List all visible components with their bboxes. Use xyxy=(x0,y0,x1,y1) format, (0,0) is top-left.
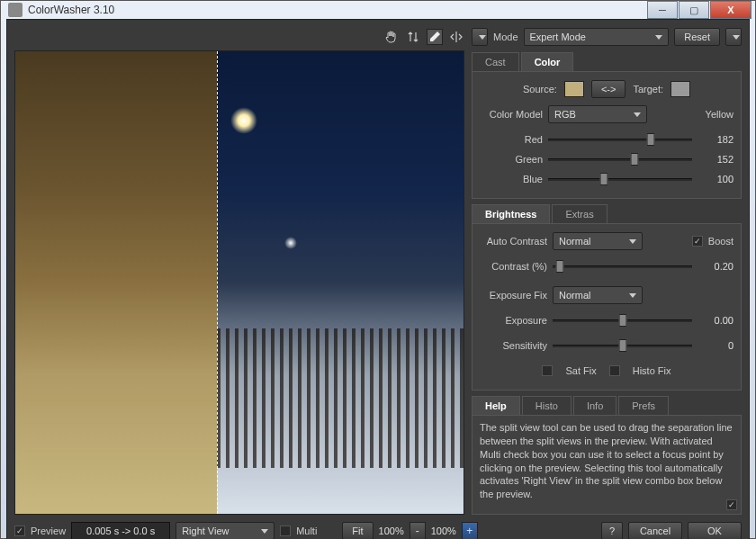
color-panel: Source: <-> Target: Color Model RGB Yell… xyxy=(472,72,742,199)
histofix-label: Histo Fix xyxy=(633,365,671,376)
multi-label: Multi xyxy=(296,526,317,536)
reset-button[interactable]: Reset xyxy=(674,28,720,46)
preview-checkbox[interactable]: ✓ xyxy=(14,526,25,536)
exposure-fix-select[interactable]: Normal xyxy=(553,286,643,304)
exposure-label: Exposure xyxy=(480,315,547,326)
zoom-after-value: 100% xyxy=(431,526,456,536)
contrast-value: 0.20 xyxy=(698,261,734,272)
contrast-slider[interactable] xyxy=(553,259,692,274)
cancel-button[interactable]: Cancel xyxy=(628,522,682,539)
target-label: Target: xyxy=(633,84,663,94)
view-select[interactable]: Right View xyxy=(176,522,274,539)
hue-name: Yellow xyxy=(652,109,734,120)
zoom-out-button[interactable]: - xyxy=(410,522,426,539)
help-button[interactable]: ? xyxy=(601,522,623,539)
zoom-in-button[interactable]: + xyxy=(462,522,478,539)
tab-help[interactable]: Help xyxy=(472,396,520,415)
minimize-button[interactable]: ─ xyxy=(647,1,678,19)
swap-tool-icon[interactable] xyxy=(405,29,421,45)
tab-histo[interactable]: Histo xyxy=(522,396,572,415)
client-area: Mode Expert Mode Reset Cast Color Source… xyxy=(6,19,750,539)
tab-info[interactable]: Info xyxy=(573,396,616,415)
exposure-slider[interactable] xyxy=(553,313,692,328)
sensitivity-value: 0 xyxy=(698,340,734,351)
target-swatch[interactable] xyxy=(670,81,690,97)
fit-button[interactable]: Fit xyxy=(342,522,373,539)
source-swatch[interactable] xyxy=(564,81,584,97)
mode-label: Mode xyxy=(493,31,518,42)
channel-label: Blue xyxy=(480,174,543,184)
sensitivity-label: Sensitivity xyxy=(480,340,547,351)
close-button[interactable]: X xyxy=(710,1,752,19)
satfix-label: Sat Fix xyxy=(565,365,596,376)
multi-checkbox[interactable] xyxy=(280,526,291,536)
exposure-value: 0.00 xyxy=(698,315,734,326)
zoom-before-value: 100% xyxy=(379,526,404,536)
image-preview[interactable] xyxy=(14,50,464,515)
app-window: ColorWasher 3.10 ─ ▢ X xyxy=(0,0,756,539)
boost-checkbox[interactable]: ✓ xyxy=(692,236,703,247)
ok-button[interactable]: OK xyxy=(688,522,742,539)
bottom-bar: ✓ Preview 0.005 s -> 0.0 s Right View Mu… xyxy=(14,520,742,539)
color-model-select[interactable]: RGB xyxy=(548,105,647,123)
preset-dropdown-button[interactable] xyxy=(472,28,488,46)
channel-value: 182 xyxy=(698,134,734,145)
window-title: ColorWasher 3.10 xyxy=(28,4,646,16)
titlebar[interactable]: ColorWasher 3.10 ─ ▢ X xyxy=(1,1,755,19)
color-model-label: Color Model xyxy=(480,109,543,120)
tab-brightness[interactable]: Brightness xyxy=(472,204,550,223)
source-label: Source: xyxy=(523,84,557,94)
mode-select[interactable]: Expert Mode xyxy=(524,28,670,46)
exposure-fix-label: Exposure Fix xyxy=(480,290,547,301)
channel-slider-red[interactable] xyxy=(548,132,692,147)
tab-prefs[interactable]: Prefs xyxy=(618,396,669,415)
contrast-label: Contrast (%) xyxy=(480,261,547,272)
tab-extras[interactable]: Extras xyxy=(552,204,607,223)
channel-label: Green xyxy=(480,154,543,165)
sensitivity-slider[interactable] xyxy=(553,338,692,353)
help-toggle-checkbox[interactable]: ✓ xyxy=(726,499,737,510)
eyedropper-tool-icon[interactable] xyxy=(427,29,443,45)
split-handle[interactable] xyxy=(217,51,218,514)
maximize-button[interactable]: ▢ xyxy=(679,1,709,19)
swap-colors-button[interactable]: <-> xyxy=(591,80,626,98)
app-icon xyxy=(8,3,22,17)
timing-display: 0.005 s -> 0.0 s xyxy=(71,522,170,539)
reset-dropdown-button[interactable] xyxy=(725,28,742,46)
channel-value: 100 xyxy=(698,174,734,184)
help-text: The split view tool can be used to drag … xyxy=(472,416,742,515)
channel-slider-blue[interactable] xyxy=(548,172,692,186)
tab-color[interactable]: Color xyxy=(521,52,574,71)
channel-value: 152 xyxy=(698,154,734,165)
split-view-tool-icon[interactable] xyxy=(448,29,464,45)
preview-label: Preview xyxy=(31,526,66,536)
preview-toolbar xyxy=(14,27,464,47)
auto-contrast-select[interactable]: Normal xyxy=(553,232,643,250)
channel-label: Red xyxy=(480,134,543,145)
satfix-checkbox[interactable] xyxy=(542,365,553,376)
auto-contrast-label: Auto Contrast xyxy=(480,236,547,247)
hand-tool-icon[interactable] xyxy=(383,29,400,45)
preview-before xyxy=(15,51,217,514)
channel-slider-green[interactable] xyxy=(548,152,692,166)
tab-cast[interactable]: Cast xyxy=(472,52,519,71)
histofix-checkbox[interactable] xyxy=(609,365,620,376)
brightness-panel: Auto Contrast Normal ✓ Boost Contrast (%… xyxy=(472,224,742,391)
boost-label: Boost xyxy=(708,236,734,247)
